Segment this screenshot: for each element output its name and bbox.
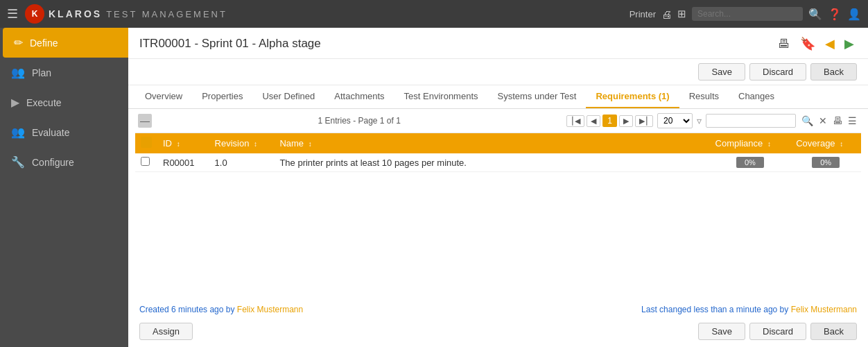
bottom-discard-button[interactable]: Discard [749,323,806,340]
assign-button[interactable]: Assign [139,323,193,340]
page-title: ITR00001 - Sprint 01 - Alpha stage [139,37,321,51]
last-page-button[interactable]: ▶⎮ [635,115,653,127]
main-content: ITR00001 - Sprint 01 - Alpha stage 🖶 🔖 ◀… [128,28,868,347]
print-button[interactable]: 🖶 [775,35,793,53]
tab-requirements[interactable]: Requirements (1) [586,85,679,108]
sidebar-item-plan-label: Plan [32,67,51,78]
top-discard-button[interactable]: Discard [749,63,806,81]
sidebar-item-define-label: Define [30,37,58,49]
last-changed-time: less than a minute ago [694,305,778,314]
tab-user-defined[interactable]: User Defined [252,85,324,108]
first-page-button[interactable]: ⎮◀ [566,115,584,127]
tabs: Overview Properties User Defined Attachm… [128,85,868,109]
row-name: The printer prints at least 10 pages per… [274,153,709,172]
last-changed-by-link[interactable]: Felix Mustermann [791,305,857,314]
toolbar-actions: 🔍 ✕ 🖶 ☰ [800,114,858,128]
last-changed-info: Last changed less than a minute ago by F… [641,305,857,314]
header-compliance[interactable]: Compliance ↕ [710,133,791,153]
printer-icon[interactable]: 🖨 [661,8,672,20]
plan-icon: 👥 [11,66,25,79]
next-button[interactable]: ▶ [842,35,857,53]
user-icon[interactable]: 👤 [847,8,861,21]
tab-results[interactable]: Results [679,85,729,108]
clear-filter-icon[interactable]: ✕ [817,114,828,128]
sidebar-item-evaluate[interactable]: 👥 Evaluate [0,117,128,147]
id-sort-icon: ↕ [177,140,180,148]
row-compliance: 0% [710,153,791,172]
logo-text: KLAROS [49,8,102,19]
pagination-info: 1 Entries - Page 1 of 1 [156,116,562,126]
row-checkbox[interactable] [135,153,157,172]
top-action-bar: Save Discard Back [128,59,868,85]
collapse-button[interactable]: — [138,114,152,128]
name-sort-icon: ↕ [309,140,312,148]
header-coverage[interactable]: Coverage ↕ [790,133,861,153]
tab-changes[interactable]: Changes [729,85,784,108]
logo-subtext: TEST MANAGEMENT [106,9,227,19]
sidebar-item-configure-label: Configure [32,157,74,168]
logo-icon: K [25,4,44,24]
revision-sort-icon: ↕ [254,140,257,148]
top-nav-right: Printer 🖨 ⊞ 🔍 ❓ 👤 [630,7,861,21]
bookmark-button[interactable]: 🔖 [797,35,818,53]
tab-test-environments[interactable]: Test Environments [394,85,488,108]
logo: K KLAROS TEST MANAGEMENT [25,4,227,24]
bottom-save-button[interactable]: Save [698,323,745,340]
header-icons: 🖶 🔖 ◀ ▶ [775,35,857,53]
define-icon: ✏ [14,36,23,49]
header-revision[interactable]: Revision ↕ [209,133,275,153]
row-id: R00001 [157,153,209,172]
sidebar-item-define[interactable]: ✏ Define [3,28,128,58]
created-time: 6 minutes ago [171,305,223,314]
hamburger-icon[interactable]: ☰ [7,6,18,22]
page-nav: ⎮◀ ◀ 1 ▶ ▶⎮ [566,115,653,127]
prev-button[interactable]: ◀ [822,35,837,53]
requirements-table: ID ↕ Revision ↕ Name ↕ Compliance [135,133,861,172]
sidebar-item-plan[interactable]: 👥 Plan [0,58,128,87]
sidebar-item-execute[interactable]: ▶ Execute [0,87,128,117]
tab-systems-under-test[interactable]: Systems under Test [488,85,587,108]
top-nav: ☰ K KLAROS TEST MANAGEMENT Printer 🖨 ⊞ 🔍… [0,0,868,28]
sidebar: ✏ Define 👥 Plan ▶ Execute 👥 Evaluate 🔧 C… [0,28,128,347]
filter-icon[interactable]: ▿ [697,115,702,126]
table-toolbar: — 1 Entries - Page 1 of 1 ⎮◀ ◀ 1 ▶ ▶⎮ 20… [135,109,861,133]
execute-icon: ▶ [11,96,19,109]
top-back-button[interactable]: Back [810,63,857,81]
next-page-button[interactable]: ▶ [619,115,633,127]
search-input[interactable] [692,7,803,21]
table-view-icon[interactable]: ⊞ [677,8,686,20]
tab-properties[interactable]: Properties [192,85,252,108]
table-area: — 1 Entries - Page 1 of 1 ⎮◀ ◀ 1 ▶ ▶⎮ 20… [128,109,868,301]
row-revision: 1.0 [209,153,275,172]
compliance-bar: 0% [736,157,764,168]
page-size-select[interactable]: 20 50 100 [657,113,693,128]
columns-icon[interactable]: ☰ [847,114,858,128]
row-coverage: 0% [790,153,861,172]
header-name[interactable]: Name ↕ [274,133,709,153]
current-page: 1 [602,115,617,127]
export-icon[interactable]: 🖶 [831,114,844,128]
header-id[interactable]: ID ↕ [157,133,209,153]
tab-attachments[interactable]: Attachments [324,85,394,108]
printer-label: Printer [630,9,656,19]
table-row[interactable]: R00001 1.0 The printer prints at least 1… [135,153,861,172]
search-icon[interactable]: 🔍 [808,8,822,21]
bottom-bar-right: Save Discard Back [698,323,857,340]
sidebar-item-configure[interactable]: 🔧 Configure [0,147,128,177]
search-table-icon[interactable]: 🔍 [800,114,815,128]
compliance-sort-icon: ↕ [767,140,771,148]
filter-input[interactable] [706,114,796,128]
coverage-sort-icon: ↕ [840,140,843,148]
tab-overview[interactable]: Overview [135,85,192,108]
coverage-bar: 0% [812,157,840,168]
created-info: Created 6 minutes ago by Felix Musterman… [139,305,303,314]
sidebar-item-execute-label: Execute [26,97,62,108]
header-checkbox[interactable] [135,133,157,153]
page-header: ITR00001 - Sprint 01 - Alpha stage 🖶 🔖 ◀… [128,28,868,59]
bottom-back-button[interactable]: Back [810,323,857,340]
created-by-link[interactable]: Felix Mustermann [237,305,303,314]
evaluate-icon: 👥 [11,126,25,139]
prev-page-button[interactable]: ◀ [587,115,600,127]
top-save-button[interactable]: Save [698,63,745,81]
help-icon[interactable]: ❓ [828,8,842,21]
